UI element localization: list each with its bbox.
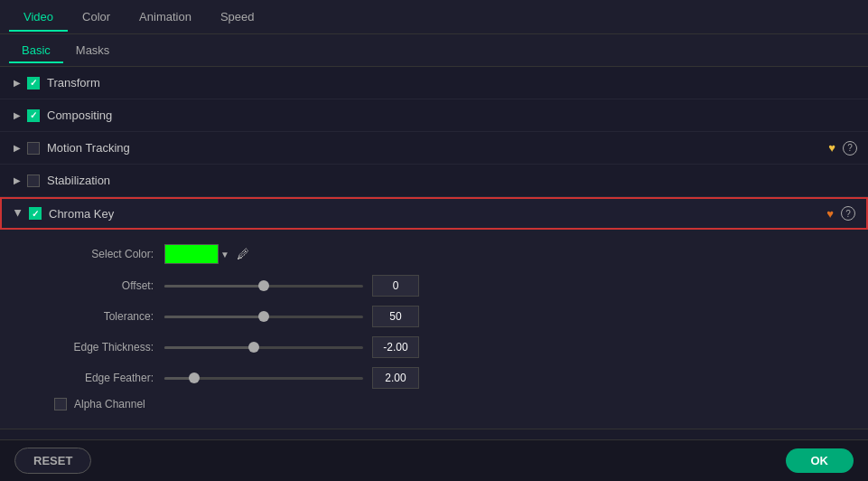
stabilization-section-row[interactable]: ▶ Stabilization	[0, 165, 868, 197]
offset-row: Offset: 0	[54, 275, 841, 297]
compositing-checkbox[interactable]	[27, 109, 40, 122]
motion-tracking-label: Motion Tracking	[47, 141, 819, 155]
offset-track	[164, 285, 363, 288]
edge-thickness-track	[164, 346, 363, 349]
edge-feather-thumb[interactable]	[189, 373, 200, 383]
offset-thumb[interactable]	[258, 280, 269, 291]
motion-tracking-section-row[interactable]: ▶ Motion Tracking ♥ ?	[0, 132, 868, 165]
transform-checkbox[interactable]	[27, 77, 40, 90]
edge-feather-label: Edge Feather:	[54, 372, 154, 384]
offset-value[interactable]: 0	[372, 275, 419, 297]
tab-speed[interactable]: Speed	[206, 3, 269, 31]
select-color-row: Select Color: ▼ 🖉	[54, 244, 841, 264]
stabilization-label: Stabilization	[47, 174, 857, 187]
transform-section-row[interactable]: ▶ Transform	[0, 67, 868, 99]
edge-thickness-thumb[interactable]	[248, 342, 259, 353]
offset-slider[interactable]	[164, 285, 363, 288]
tab-animation[interactable]: Animation	[125, 3, 206, 31]
tab-bar: Video Color Animation Speed	[0, 0, 868, 34]
motion-tracking-arrow-icon: ▶	[11, 142, 23, 155]
alpha-channel-label: Alpha Channel	[74, 398, 145, 410]
motion-tracking-checkbox[interactable]	[27, 142, 40, 155]
eyedropper-icon[interactable]: 🖉	[237, 247, 249, 261]
color-dropdown-arrow[interactable]: ▼	[220, 250, 229, 259]
edge-feather-slider[interactable]	[164, 377, 363, 380]
chroma-key-label: Chroma Key	[49, 207, 817, 221]
color-swatch[interactable]	[164, 244, 219, 264]
footer: RESET OK	[0, 439, 868, 481]
sub-tab-masks[interactable]: Masks	[63, 38, 123, 62]
edge-thickness-slider[interactable]	[164, 346, 363, 349]
offset-fill	[164, 285, 264, 288]
tolerance-track	[164, 316, 363, 318]
ok-button[interactable]: OK	[786, 448, 854, 473]
alpha-channel-row: Alpha Channel	[54, 398, 841, 410]
tolerance-fill	[164, 316, 264, 318]
transform-label: Transform	[47, 76, 857, 90]
offset-label: Offset:	[54, 279, 154, 292]
chroma-key-section-row[interactable]: ▶ Chroma Key ♥ ?	[0, 197, 868, 230]
tolerance-value[interactable]: 50	[372, 306, 419, 327]
content-area: ▶ Transform ▶ Compositing ▶ Motion Track…	[0, 67, 868, 439]
edge-thickness-label: Edge Thickness:	[54, 341, 154, 354]
sub-tab-bar: Basic Masks	[0, 34, 868, 67]
compositing-arrow-icon: ▶	[11, 109, 23, 122]
select-color-label: Select Color:	[54, 248, 154, 260]
transform-arrow-icon: ▶	[11, 77, 23, 90]
alpha-channel-checkbox[interactable]	[54, 398, 67, 410]
edge-thickness-row: Edge Thickness: -2.00	[54, 336, 841, 358]
sub-tab-basic[interactable]: Basic	[9, 38, 63, 62]
edge-thickness-value[interactable]: -2.00	[372, 336, 419, 358]
stabilization-checkbox[interactable]	[27, 174, 40, 187]
chroma-key-help-icon[interactable]: ?	[841, 206, 855, 221]
tolerance-row: Tolerance: 50	[54, 306, 841, 327]
motion-tracking-heart-icon[interactable]: ♥	[825, 141, 839, 156]
tolerance-slider[interactable]	[164, 316, 363, 318]
chroma-key-panel: Select Color: ▼ 🖉 Offset: 0 Tolerance:	[0, 230, 868, 429]
reset-button[interactable]: RESET	[14, 448, 91, 474]
chroma-key-checkbox[interactable]	[29, 207, 42, 220]
chroma-key-heart-icon[interactable]: ♥	[823, 206, 837, 221]
tolerance-thumb[interactable]	[258, 311, 269, 322]
compositing-section-row[interactable]: ▶ Compositing	[0, 99, 868, 132]
stabilization-arrow-icon: ▶	[11, 174, 23, 187]
edge-feather-value[interactable]: 2.00	[372, 367, 419, 389]
tab-video[interactable]: Video	[9, 3, 68, 31]
motion-tracking-help-icon[interactable]: ?	[843, 141, 857, 156]
tab-color[interactable]: Color	[68, 3, 125, 31]
chroma-key-arrow-icon: ▶	[13, 207, 25, 220]
tolerance-label: Tolerance:	[54, 310, 154, 323]
edge-feather-track	[164, 377, 363, 380]
compositing-label: Compositing	[47, 108, 857, 122]
edge-thickness-fill	[164, 346, 254, 349]
edge-feather-row: Edge Feather: 2.00	[54, 367, 841, 389]
